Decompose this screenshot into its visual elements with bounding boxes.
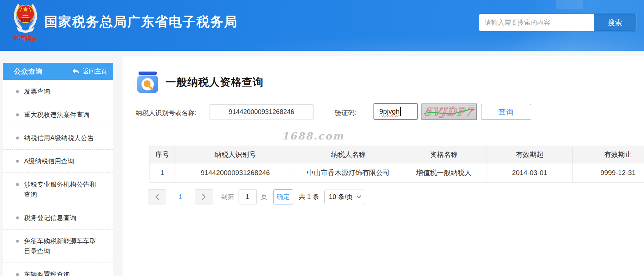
great-wall-tower-decoration: [556, 0, 583, 9]
page-number-input[interactable]: [239, 189, 257, 204]
current-page-number[interactable]: 1: [179, 193, 183, 201]
next-page-button[interactable]: [195, 189, 213, 204]
table-row: 1 914420000931268246 中山市香木源灯饰有限公司 增值税一般纳…: [150, 163, 644, 183]
sidebar-item[interactable]: 纳税信用A级纳税人公告: [3, 126, 113, 150]
bullet-icon: [16, 183, 19, 186]
confirm-page-button[interactable]: 确定: [273, 189, 293, 204]
bullet-icon: [16, 160, 19, 163]
sidebar-item-label: 免征车购税新能源车车型目录查询: [24, 236, 99, 256]
table-cell: 增值税一般纳税人: [401, 163, 487, 183]
page-size-value: 10 条/页: [329, 192, 353, 201]
sidebar-item[interactable]: 免征车购税新能源车车型目录查询: [3, 230, 113, 263]
table-header-cell: 纳税人识别号: [175, 146, 296, 163]
icon-body: [137, 76, 158, 93]
chevron-left-icon: [155, 194, 159, 200]
table-cell: 2014-03-01: [487, 163, 573, 183]
back-to-home-link[interactable]: 返回主页: [72, 67, 107, 76]
table-header-cell: 有效期起: [487, 146, 573, 163]
page-title: 一般纳税人资格查询: [165, 75, 264, 90]
chevron-right-icon: [202, 194, 206, 200]
sidebar-item-label: 车辆购置税查询: [24, 269, 70, 276]
table-cell: 中山市香木源灯饰有限公司: [296, 163, 401, 183]
tax-bureau-logo: 中国税务: [9, 1, 42, 42]
chevron-down-icon: [357, 195, 361, 198]
table-header-cell: 序号: [150, 146, 175, 163]
taxpayer-id-label: 纳税人识别号或名称:: [136, 109, 196, 117]
sidebar-item-label: 纳税信用A级纳税人公告: [24, 133, 94, 143]
back-link-label: 返回主页: [83, 67, 107, 76]
main-content: 一般纳税人资格查询 纳税人识别号或名称: 验证码: 9pjvgh 5VJDP7 …: [123, 56, 644, 276]
logo-caption: 中国税务: [8, 34, 43, 42]
text-cursor: [400, 107, 401, 116]
sidebar-item-label: 税务登记信息查询: [24, 213, 76, 223]
site-search: 搜索: [479, 14, 636, 31]
page-title-row: 一般纳税人资格查询: [137, 72, 264, 93]
watermark: 1688.com: [282, 130, 344, 142]
search-button[interactable]: 搜索: [594, 14, 636, 31]
sidebar-item-label: 涉税专业服务机构公告和查询: [24, 179, 99, 200]
search-input[interactable]: [480, 14, 594, 31]
site-title: 国家税务总局广东省电子税务局: [44, 13, 238, 31]
sidebar-item[interactable]: 税务登记信息查询: [3, 206, 113, 230]
prev-page-button[interactable]: [148, 189, 166, 204]
national-tax-emblem-icon: [11, 1, 40, 33]
bullet-icon: [16, 137, 19, 139]
goto-page-suffix: 页: [261, 192, 268, 201]
sidebar-item[interactable]: 车辆购置税查询: [3, 263, 113, 276]
magnifier-handle: [149, 86, 153, 90]
query-app-icon: [137, 72, 158, 93]
table-cell: 914420000931268246: [175, 163, 296, 183]
sidebar: 公众查询 返回主页 发票查询 重大税收违法案件查询 纳税信用A级纳税人公告 A级…: [3, 63, 113, 276]
table-header-cell: 资格名称: [401, 146, 487, 163]
query-button[interactable]: 查询: [481, 104, 531, 120]
table-cell: 1: [150, 163, 175, 183]
results-table: 序号 纳税人识别号 纳税人名称 资格名称 有效期起 有效期止 1 9144200…: [149, 146, 644, 183]
sidebar-item-label: 发票查询: [24, 86, 50, 97]
bullet-icon: [16, 273, 19, 276]
icon-lid: [139, 72, 157, 75]
sidebar-title: 公众查询: [14, 67, 43, 76]
bullet-icon: [16, 240, 19, 243]
captcha-label: 验证码:: [335, 109, 356, 117]
sidebar-item-label: 重大税收违法案件查询: [24, 110, 89, 120]
magnifier-icon: [141, 78, 154, 90]
pagination: 1 到第 页 确定 共 1 条 10 条/页: [148, 189, 365, 204]
sidebar-menu: 发票查询 重大税收违法案件查询 纳税信用A级纳税人公告 A级纳税信用查询 涉税专…: [3, 80, 113, 276]
sidebar-header: 公众查询 返回主页: [3, 63, 113, 80]
mountain-mist-decoration: [0, 34, 644, 51]
banner: 中国税务 国家税务总局广东省电子税务局 搜索: [0, 0, 644, 51]
back-arrow-icon: [72, 68, 80, 74]
table-cell: 9999-12-31: [573, 163, 644, 183]
sidebar-item[interactable]: 重大税收违法案件查询: [3, 103, 113, 126]
goto-page-prefix: 到第: [221, 192, 234, 201]
sidebar-item[interactable]: 发票查询: [3, 80, 113, 103]
taxpayer-id-input[interactable]: [209, 104, 314, 119]
page-size-select[interactable]: 10 条/页: [324, 190, 365, 204]
captcha-text: 5VJDP7: [424, 106, 475, 118]
total-count: 共 1 条: [299, 192, 319, 201]
sidebar-item[interactable]: A级纳税信用查询: [3, 150, 113, 173]
captcha-image[interactable]: 5VJDP7: [421, 104, 477, 120]
bullet-icon: [16, 113, 19, 116]
bullet-icon: [16, 216, 19, 219]
sidebar-item[interactable]: 涉税专业服务机构公告和查询: [3, 173, 113, 206]
sidebar-item-label: A级纳税信用查询: [24, 156, 74, 166]
captcha-input-value: 9pjvgh: [379, 107, 400, 115]
bullet-icon: [16, 90, 19, 93]
table-header-cell: 纳税人名称: [296, 146, 401, 163]
captcha-input[interactable]: 9pjvgh: [373, 103, 418, 120]
table-header-cell: 有效期止: [573, 146, 644, 163]
table-header-row: 序号 纳税人识别号 纳税人名称 资格名称 有效期起 有效期止: [150, 146, 644, 163]
